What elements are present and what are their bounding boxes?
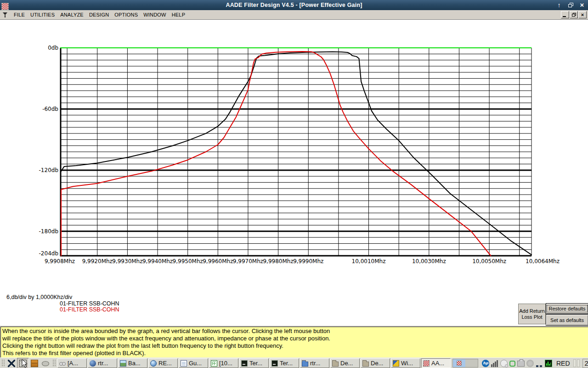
add-return-loss-line1: Add Return [519,308,545,314]
workspace-1[interactable] [453,359,465,367]
green-loop-icon[interactable] [509,361,515,367]
glasses-icon [59,360,66,367]
task-button-de[interactable]: De... [330,358,360,368]
drawer-icon [31,360,38,367]
taskbar-grip-left[interactable] [1,359,5,367]
task-button-aa[interactable]: AA... [421,358,451,368]
menu-item-options[interactable]: OPTIONS [112,11,141,19]
add-return-loss-plot-button[interactable]: Add Return Loss Plot [518,304,546,324]
speaker-icon[interactable] [526,360,534,367]
set-as-defaults-label: Set as defaults [550,317,584,323]
task-label: De... [371,360,383,367]
task-label: Ba... [128,360,141,367]
restore-defaults-label: Restore defaults [547,305,587,312]
help-line-1: When the cursor is inside the area bound… [2,328,588,335]
task-label: Gu... [189,360,202,367]
minimized-windows-icon[interactable] [536,360,543,367]
close-icon: × [581,12,584,17]
menu-items: FILEUTILITIESANALYZEDESIGNOPTIONSWINDOWH… [11,11,188,19]
restore-icon [572,13,576,17]
workspace-pager [452,359,478,368]
terminal-icon [271,360,278,367]
folder-icon [332,362,339,367]
launcher-drawer-icon[interactable] [29,358,40,368]
task-label: rtr... [310,360,320,367]
folder-blue-icon [302,362,308,367]
menu-item-design[interactable]: DESIGN [86,11,112,19]
meter-bar [577,359,580,367]
taskbar-clock: 21:25:11 [582,359,588,368]
task-button-ter[interactable]: Ter... [239,358,269,368]
histogram-icon[interactable] [545,360,552,367]
task-button-a[interactable]: [A... [57,358,87,368]
task-button-re[interactable]: RE... [148,358,178,368]
task-label: [A... [68,360,78,367]
menu-item-file[interactable]: FILE [11,11,28,19]
task-label: Ter... [249,360,262,367]
mdi-minimize-button[interactable] [561,11,569,18]
terminal-icon [241,360,248,367]
workspace-2[interactable] [465,359,478,367]
puzzle-icon [393,360,399,367]
titlebar-buttons: ↑ × [556,0,585,10]
task-label: rtr... [98,360,108,367]
system-tray [480,360,554,367]
folder-icon [362,362,369,367]
aade-icon [423,360,430,367]
meter-bar [573,359,576,367]
task-button-10[interactable]: [10... [209,358,238,368]
launcher-icons [6,358,51,368]
task-button-rtr[interactable]: rtr... [88,358,117,368]
filter-window-icon[interactable] [2,12,8,18]
taskbar: [A...rtr...Ba...RE...Gu...[10...Ter...Te… [0,357,588,368]
restore-icon [568,3,573,7]
task-label: [10... [219,360,232,367]
menu-item-window[interactable]: WINDOW [141,11,169,19]
task-button-gu[interactable]: Gu... [179,358,208,368]
image-icon [120,360,126,367]
restore-defaults-button[interactable]: Restore defaults [546,303,588,314]
help-text-panel: When the cursor is inside the area bound… [0,327,588,358]
mdi-restore-button[interactable] [570,11,578,18]
launcher-x11-icon[interactable] [6,358,17,368]
ellipse-icon [42,361,49,366]
x11-icon [8,360,15,367]
spreadsheet-icon [211,360,217,367]
keyboard-layout-indicator[interactable]: RED [556,360,570,367]
set-as-defaults-button[interactable]: Set as defaults [546,314,588,326]
blue-sphere-icon [90,360,96,367]
task-button-ter[interactable]: Ter... [270,358,299,368]
task-button-ba[interactable]: Ba... [118,358,147,368]
taskbar-grip-2[interactable] [52,359,56,367]
chat-bubble-icon[interactable] [500,360,508,367]
minimize-icon [563,16,566,17]
close-button[interactable]: × [579,0,585,10]
menu-item-help[interactable]: HELP [169,11,188,19]
mdi-window-buttons: × [561,11,587,18]
mdi-close-button[interactable]: × [578,11,587,18]
task-button-de[interactable]: De... [361,358,390,368]
launcher-ellipse-icon[interactable] [40,358,51,368]
plot-window: 6,db/div by 1,0000Khz/div 01-FILTER SSB-… [0,20,588,326]
task-label: RE... [158,360,172,367]
help-line-4: This refers to the first filter opened (… [2,350,588,357]
mouse-cursor [22,359,28,368]
menu-item-analyze[interactable]: ANALYZE [57,11,86,19]
rollup-button[interactable]: ↑ [556,0,562,10]
menu-bar: FILEUTILITIESANALYZEDESIGNOPTIONSWINDOWH… [0,10,588,20]
aade-icon [457,361,462,366]
title-bar: AADE Filter Design V4.5 - [Power Effecti… [0,0,588,10]
task-label: AA... [431,360,444,367]
screen: AADE Filter Design V4.5 - [Power Effecti… [0,0,588,368]
task-button-rtr[interactable]: rtr... [300,358,329,368]
load-meter [573,359,580,367]
plot-legend: 6,db/div by 1,0000Khz/div 01-FILTER SSB-… [6,294,119,313]
clipboard-icon[interactable] [517,361,525,367]
status-area: When the cursor is inside the area bound… [0,326,588,357]
menu-item-utilities[interactable]: UTILITIES [28,11,57,19]
hp-icon[interactable] [482,360,489,367]
task-button-wi[interactable]: Wi... [391,358,420,368]
signal-bars-icon[interactable] [491,360,498,367]
maximize-button[interactable] [567,0,574,10]
window-title: AADE Filter Design V4.5 - [Power Effecti… [0,2,588,8]
